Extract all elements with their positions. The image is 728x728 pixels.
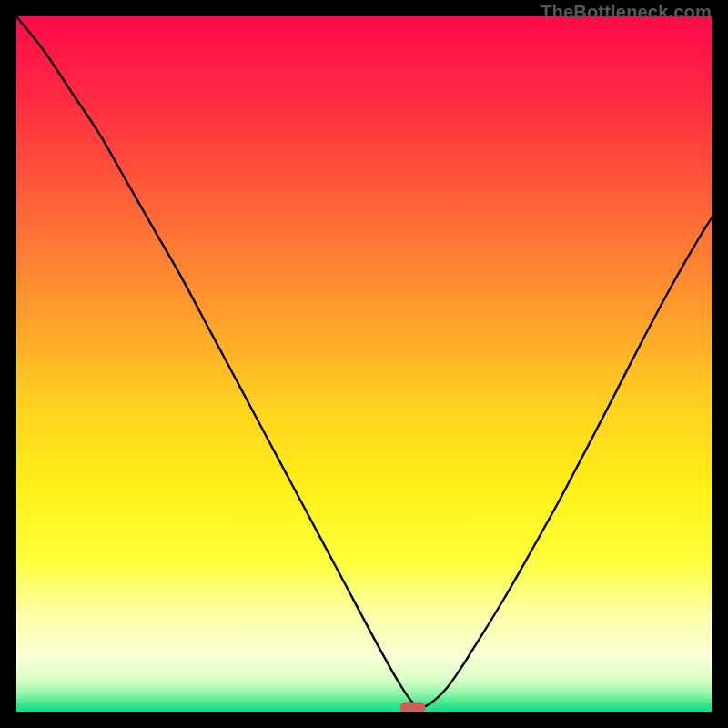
- minimum-marker: [399, 702, 425, 712]
- plot-area: [16, 16, 712, 712]
- bottleneck-curve: [16, 16, 712, 708]
- plot-outer-border: [16, 16, 712, 712]
- chart-frame: TheBottleneck.com: [0, 0, 728, 728]
- curve-layer: [16, 16, 712, 712]
- attribution-label: TheBottleneck.com: [541, 2, 712, 23]
